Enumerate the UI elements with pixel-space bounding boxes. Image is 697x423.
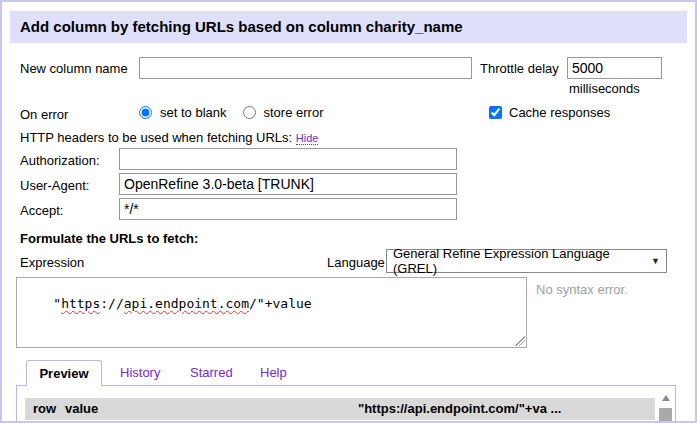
tab-preview[interactable]: Preview: [26, 360, 102, 386]
scroll-up-icon: [662, 395, 670, 401]
language-select[interactable]: General Refine Expression Language (GREL…: [386, 249, 667, 273]
set-to-blank-label[interactable]: set to blank: [160, 105, 227, 120]
authorization-input[interactable]: [119, 148, 457, 170]
on-error-label: On error: [20, 107, 68, 122]
scrollbar-thumb[interactable]: [659, 408, 672, 423]
tab-history[interactable]: History: [120, 363, 160, 383]
on-error-radio-group: set to blank store error: [139, 105, 323, 120]
syntax-status: No syntax error.: [536, 282, 628, 297]
expression-text: "https://api.endpoint.com/"+value: [53, 296, 311, 311]
tab-starred[interactable]: Starred: [190, 363, 233, 383]
vertical-scrollbar[interactable]: [658, 391, 673, 423]
http-headers-label: HTTP headers to be used when fetching UR…: [20, 130, 292, 145]
col-header-row: row: [33, 398, 56, 420]
formulate-heading: Formulate the URLs to fetch:: [20, 231, 198, 246]
accept-label: Accept:: [20, 203, 63, 218]
preview-panel: row value "https://api.endpoint.com/"+va…: [16, 385, 676, 423]
cache-responses-group: Cache responses: [489, 105, 610, 120]
expression-label: Expression: [20, 255, 84, 270]
preview-table-header: row value "https://api.endpoint.com/"+va…: [25, 398, 655, 420]
dialog-title: Add column by fetching URLs based on col…: [10, 11, 687, 43]
throttle-delay-input[interactable]: [567, 57, 662, 79]
accept-input[interactable]: [119, 198, 457, 220]
new-column-name-input[interactable]: [139, 57, 472, 79]
col-header-value: value: [65, 398, 98, 420]
throttle-delay-label: Throttle delay: [480, 61, 559, 76]
user-agent-label: User-Agent:: [20, 178, 89, 193]
tab-help[interactable]: Help: [260, 363, 287, 383]
throttle-unit-label: milliseconds: [569, 81, 640, 96]
language-label: Language: [327, 255, 385, 270]
scrollbar-up-button[interactable]: [658, 391, 673, 405]
col-header-expression-preview: "https://api.endpoint.com/"+va ...: [358, 398, 561, 420]
hide-headers-link[interactable]: Hide: [296, 132, 319, 145]
store-error-label[interactable]: store error: [264, 105, 324, 120]
cache-responses-checkbox[interactable]: [489, 106, 502, 119]
store-error-radio[interactable]: [243, 106, 256, 119]
resize-grip[interactable]: [515, 336, 525, 346]
chevron-down-icon: ▼: [651, 256, 660, 266]
http-headers-line: HTTP headers to be used when fetching UR…: [20, 130, 318, 145]
expression-editor[interactable]: "https://api.endpoint.com/"+value: [16, 277, 527, 348]
new-column-name-label: New column name: [20, 61, 128, 76]
add-column-fetch-dialog: Add column by fetching URLs based on col…: [0, 0, 697, 423]
language-select-value: General Refine Expression Language (GREL…: [393, 246, 651, 276]
user-agent-input[interactable]: [119, 173, 457, 195]
set-to-blank-radio[interactable]: [139, 106, 152, 119]
cache-responses-label[interactable]: Cache responses: [509, 105, 610, 120]
authorization-label: Authorization:: [20, 153, 100, 168]
